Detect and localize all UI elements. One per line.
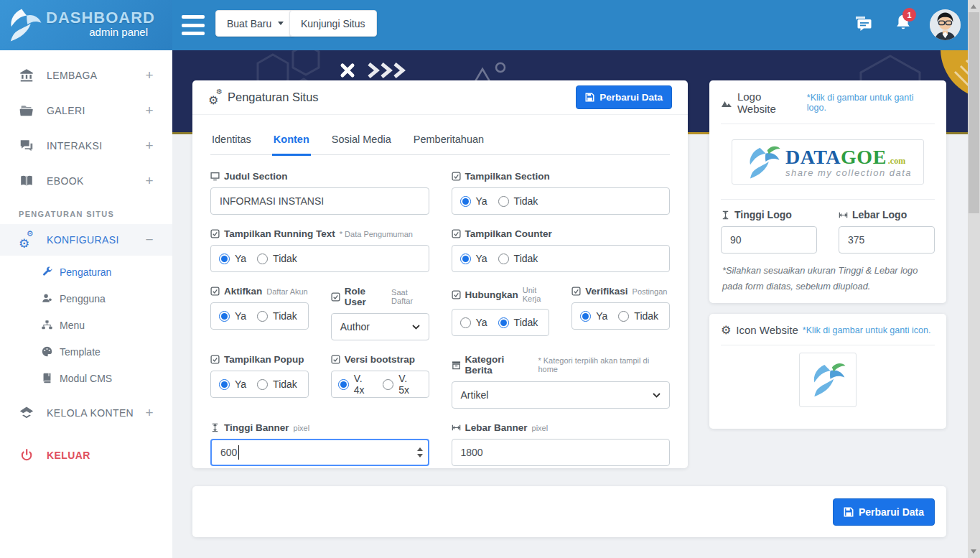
field-label: Tinggi Banner [224, 422, 289, 433]
radio-selected[interactable] [219, 379, 230, 390]
brand[interactable]: DASHBOARD admin panel [0, 0, 172, 50]
field-sublabel: pixel [294, 424, 310, 432]
chevron-down-icon [653, 393, 661, 398]
radio-option-tidak[interactable]: Tidak [257, 253, 297, 264]
radio-selected[interactable] [338, 379, 349, 390]
radio-option-tidak[interactable]: Tidak [257, 378, 297, 390]
radio-selected[interactable] [219, 311, 230, 322]
check-square-icon [210, 229, 220, 238]
site-icon-image[interactable] [799, 353, 857, 407]
radio-option-tidak[interactable]: Tidak [257, 310, 297, 322]
kategori-berita-select[interactable]: Artikel [452, 381, 671, 409]
update-data-button-bottom[interactable]: Perbarui Data [833, 498, 935, 526]
radio-unselected[interactable] [257, 254, 268, 264]
sidebar-item-lembaga[interactable]: LEMBAGA + [0, 57, 172, 93]
radio-unselected[interactable] [383, 379, 393, 390]
radio-unselected[interactable] [498, 254, 509, 264]
sidebar-label: GALERI [47, 105, 146, 116]
tinggi-logo-input[interactable] [721, 226, 817, 254]
scrollbar-thumb[interactable] [969, 12, 979, 213]
lebar-banner-input[interactable] [452, 439, 671, 466]
radio-selected[interactable] [498, 317, 509, 328]
check-square-icon [452, 290, 461, 299]
brand-subtitle: admin panel [46, 26, 148, 38]
radio-option-tidak[interactable]: Tidak [498, 195, 538, 207]
image-icon [721, 98, 732, 108]
sidebar-item-konfigurasi[interactable]: ⚙⚙ KONFIGURASI − [0, 224, 172, 256]
field-label: Lebar Logo [852, 209, 907, 220]
caret-down-icon [278, 22, 284, 25]
expand-plus-icon[interactable]: + [146, 68, 154, 83]
sidebar-label: KELUAR [47, 450, 154, 461]
radio-unselected[interactable] [460, 317, 471, 328]
judul-section-input[interactable] [210, 187, 429, 215]
tab-identitas[interactable]: Identitas [210, 134, 253, 154]
role-user-select[interactable]: Author [331, 313, 429, 340]
expand-plus-icon[interactable]: + [146, 173, 154, 189]
submenu-item-pengaturan[interactable]: Pengaturan [0, 259, 172, 285]
check-square-icon [331, 292, 340, 302]
folder-icon [19, 103, 34, 118]
collapse-minus-icon[interactable]: − [146, 232, 154, 248]
notification-badge[interactable]: 1 [902, 8, 916, 22]
tab-pemberitahuan[interactable]: Pemberitahuan [412, 134, 485, 154]
radio-option-ya[interactable]: Ya [460, 195, 487, 207]
sidebar: LEMBAGA + GALERI + INTERAKSI + EBOOK + P… [0, 50, 172, 558]
radio-option-tidak[interactable]: Tidak [498, 253, 538, 264]
sidebar-item-galeri[interactable]: GALERI + [0, 93, 172, 128]
radio-selected[interactable] [460, 254, 471, 264]
sidebar-item-ebook[interactable]: EBOOK + [0, 163, 172, 198]
radio-option-tidak[interactable]: Tidak [498, 317, 538, 328]
page-scrollbar[interactable] [968, 0, 980, 558]
radio-unselected[interactable] [498, 196, 509, 207]
tab-sosial-media[interactable]: Sosial Media [330, 134, 393, 154]
site-logo-image[interactable]: DATAGOE.com share my collection data [732, 139, 924, 185]
radio-option-ya[interactable]: Ya [460, 317, 487, 328]
submenu-item-pengguna[interactable]: Pengguna [0, 285, 172, 312]
radio-option-ya[interactable]: Ya [460, 253, 487, 264]
field-sublabel: Postingan [633, 287, 668, 296]
sidebar-item-kelola-konten[interactable]: KELOLA KONTEN + [0, 397, 172, 429]
number-spinner[interactable] [417, 447, 423, 457]
update-data-button-top[interactable]: Perbarui Data [576, 85, 672, 109]
expand-plus-icon[interactable]: + [146, 103, 154, 118]
messages-icon[interactable] [853, 14, 873, 34]
lebar-logo-input[interactable] [839, 226, 935, 254]
tab-konten[interactable]: Konten [272, 134, 311, 156]
field-hubungkan: Hubungkan Unit Kerja Ya Tidak [452, 286, 550, 340]
radio-option-ya[interactable]: Ya [219, 378, 246, 390]
submenu-item-template[interactable]: Template [0, 338, 172, 365]
hubungkan-radio-group: Ya Tidak [452, 309, 550, 336]
radio-unselected[interactable] [618, 311, 629, 322]
bank-icon [19, 68, 34, 83]
expand-plus-icon[interactable]: + [146, 138, 154, 154]
radio-unselected[interactable] [257, 311, 268, 322]
user-avatar[interactable] [930, 9, 961, 40]
sidebar-item-keluar[interactable]: KELUAR [0, 437, 172, 473]
radio-option-ya[interactable]: Ya [219, 253, 246, 264]
menu-toggle-icon[interactable] [182, 15, 205, 35]
radio-selected[interactable] [580, 311, 591, 322]
wrench-icon [41, 266, 53, 278]
tinggi-banner-input[interactable] [210, 439, 429, 466]
submenu-item-modul-cms[interactable]: Modul CMS [0, 365, 172, 391]
power-icon [19, 447, 34, 463]
radio-option-ya[interactable]: Ya [219, 310, 246, 322]
sidebar-item-interaksi[interactable]: INTERAKSI + [0, 128, 172, 163]
submenu-label: Modul CMS [60, 373, 112, 384]
scroll-down-arrow[interactable] [971, 549, 976, 554]
radio-option-v4x[interactable]: V. 4x [338, 373, 375, 396]
radio-selected[interactable] [460, 196, 471, 207]
submenu-item-menu[interactable]: Menu [0, 312, 172, 338]
scroll-up-arrow[interactable] [971, 4, 976, 9]
radio-selected[interactable] [219, 254, 230, 264]
radio-option-tidak[interactable]: Tidak [618, 310, 658, 322]
field-sublabel: pixel [532, 424, 549, 432]
radio-option-v5x[interactable]: V. 5x [383, 373, 420, 396]
visit-site-button[interactable]: Kunjungi Situs [289, 10, 377, 37]
radio-option-ya[interactable]: Ya [580, 310, 607, 322]
expand-plus-icon[interactable]: + [146, 405, 154, 421]
field-sublabel: * Kategori terpilih akan tampil di home [538, 356, 670, 373]
radio-unselected[interactable] [257, 379, 268, 390]
create-new-button[interactable]: Buat Baru [215, 10, 295, 37]
